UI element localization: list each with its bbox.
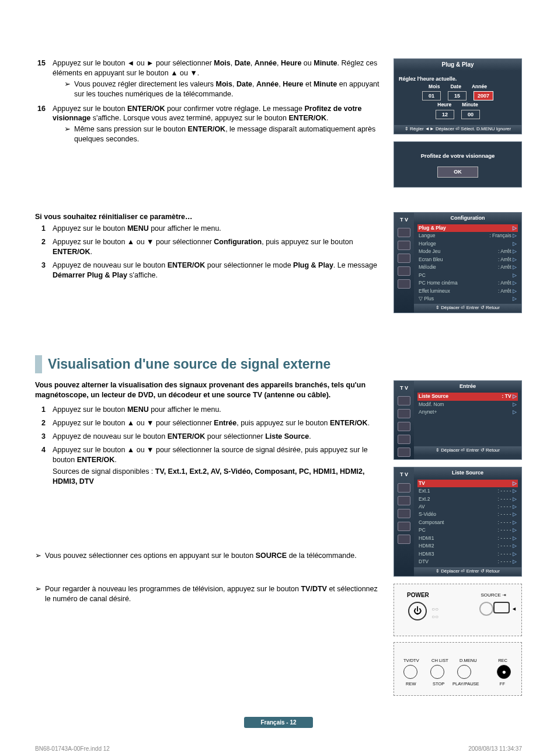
osd-message: Profitez de votre visionnage — [394, 142, 521, 164]
menu-row[interactable]: PC Home cinéma: Arrêt ▷ — [417, 279, 518, 287]
remote-source: POWER ⏻ ○○○○ SOURCE ⇥ ◄ — [394, 584, 522, 636]
menu-row[interactable]: Effet lumineux: Arrêt ▷ — [417, 287, 518, 295]
menu-row[interactable]: HDMI1: - - - - ▷ — [417, 535, 518, 542]
menu-row[interactable]: Ecran Bleu: Arrêt ▷ — [417, 256, 518, 263]
power-button[interactable]: ⏻ — [408, 602, 427, 620]
page-number: Français - 12 — [244, 717, 313, 729]
step: 3Appuyez de nouveau sur le bouton ENTER/… — [35, 432, 382, 442]
section-intro: Vous pouvez alterner la visualisation de… — [35, 380, 382, 400]
sidebar-icon[interactable] — [398, 228, 410, 237]
sidebar-icon[interactable] — [398, 254, 410, 263]
sidebar-icon[interactable] — [398, 509, 410, 518]
sidebar-icon[interactable] — [398, 396, 410, 405]
osd-field-month[interactable]: 01 — [422, 91, 441, 100]
note: ➢ Pour regarder à nouveau les programmes… — [35, 584, 382, 604]
menu-row[interactable]: PC: - - - - ▷ — [417, 526, 518, 534]
step: 3Appuyez de nouveau sur le bouton ENTER/… — [35, 261, 382, 280]
sidebar-icon[interactable] — [398, 435, 410, 444]
menu-row[interactable]: Plug & Play ▷ — [417, 224, 518, 232]
menu-row[interactable]: Liste Source: TV ▷ — [417, 393, 518, 400]
menu-row[interactable]: Ext.2: - - - - ▷ — [417, 495, 518, 503]
menu-row[interactable]: S-Vidéo: - - - - ▷ — [417, 511, 518, 518]
step-15: 15 Appuyez sur le bouton ◄ ou ► pour sél… — [35, 58, 382, 100]
sidebar-icon[interactable] — [398, 483, 410, 493]
menu-row[interactable]: HDMI3: - - - - ▷ — [417, 550, 518, 558]
menu-row[interactable]: Ext.1: - - - - ▷ — [417, 487, 518, 495]
osd-field-hour[interactable]: 12 — [436, 110, 454, 119]
osd-subtitle: Réglez l'heure actuelle. — [399, 75, 517, 82]
menu-row[interactable]: Mode Jeu: Arrêt ▷ — [417, 248, 518, 255]
step: 2Appuyez sur le bouton ▲ ou ▼ pour sélec… — [35, 237, 382, 257]
step: 4Appuyez sur le bouton ▲ ou ▼ pour sélec… — [35, 445, 382, 487]
osd-footer: ⇕ Régler ◄► Déplacer ⏎ Sélect. D.MENU Ig… — [394, 125, 521, 134]
step: 1Appuyez sur le bouton MENU pour affiche… — [35, 224, 382, 234]
sidebar-icon[interactable] — [398, 241, 410, 250]
step-number: 16 — [35, 104, 46, 146]
section-title: Visualisation d'une source de signal ext… — [35, 355, 522, 373]
sidebar-icon[interactable] — [398, 535, 410, 544]
note-icon: ➢ — [35, 551, 41, 561]
remote-button[interactable] — [479, 602, 493, 616]
osd-plug-and-play: Plug & Play Réglez l'heure actuelle. Moi… — [394, 58, 522, 134]
menu-row[interactable]: DTV: - - - - ▷ — [417, 558, 518, 566]
tvdtv-button[interactable] — [403, 665, 417, 679]
note-icon: ➢ — [64, 79, 71, 99]
reset-heading: Si vous souhaitez réinitialiser ce param… — [35, 212, 382, 222]
sidebar-icon[interactable] — [398, 266, 410, 276]
osd-title: Plug & Play — [394, 59, 521, 71]
step: 2Appuyez sur le bouton ▲ ou ▼ pour sélec… — [35, 418, 382, 428]
osd-liste-source: T V Liste SourceTV ▷Ext.1: - - - - ▷Ext.… — [394, 467, 522, 576]
osd-done: Profitez de votre visionnage OK — [394, 141, 522, 188]
menu-row[interactable]: Modif. Nom ▷ — [417, 401, 518, 408]
sidebar-icon[interactable] — [398, 409, 410, 418]
step-number: 15 — [35, 58, 46, 100]
note: ➢ Vous pouvez régler directement les val… — [64, 79, 382, 99]
menu-row[interactable]: Anynet+ ▷ — [417, 408, 518, 416]
menu-row[interactable]: Horloge ▷ — [417, 240, 518, 248]
chlist-button[interactable] — [430, 665, 444, 679]
note: ➢ Vous pouvez sélectionner ces options e… — [35, 551, 382, 561]
menu-row[interactable]: Composant: - - - - ▷ — [417, 519, 518, 526]
sidebar-icon[interactable] — [398, 279, 410, 289]
menu-row[interactable]: Langue: Français ▷ — [417, 232, 518, 240]
menu-row[interactable]: ▽ Plus ▷ — [417, 295, 518, 303]
osd-field-year[interactable]: 2007 — [474, 91, 493, 100]
sidebar-icon[interactable] — [398, 448, 410, 457]
dmenu-button[interactable] — [457, 665, 471, 679]
ok-button[interactable]: OK — [437, 167, 478, 177]
osd-field-minute[interactable]: 00 — [461, 110, 480, 119]
osd-configuration: T V Configuration Plug & Play ▷Langue: F… — [394, 212, 522, 314]
menu-row[interactable]: Mélodie: Arrêt ▷ — [417, 263, 518, 271]
note: ➢ Même sans pression sur le bouton ENTER… — [64, 124, 382, 144]
note-icon: ➢ — [64, 124, 71, 144]
sidebar-icon[interactable] — [398, 422, 410, 431]
menu-row[interactable]: AV: - - - - ▷ — [417, 503, 518, 511]
source-button[interactable] — [493, 602, 510, 613]
remote-tvdtv: TV/DTV CH LIST D.MENU REC ● REW STOP PLA… — [394, 642, 522, 696]
step: 1Appuyez sur le bouton MENU pour affiche… — [35, 405, 382, 415]
menu-row[interactable]: PC ▷ — [417, 272, 518, 279]
sidebar-icon[interactable] — [398, 496, 410, 505]
menu-row[interactable]: TV ▷ — [417, 480, 518, 487]
note-icon: ➢ — [35, 584, 41, 604]
menu-row[interactable]: HDMI2: - - - - ▷ — [417, 542, 518, 550]
step-16: 16 Appuyez sur le bouton ENTER/OK pour c… — [35, 104, 382, 146]
footer-meta: BN68-01743A-00Fre.indd 12 2008/08/13 11:… — [35, 745, 522, 753]
osd-field-date[interactable]: 15 — [448, 91, 467, 100]
sidebar-icon[interactable] — [398, 522, 410, 531]
osd-entree: T V EntréeListe Source: TV ▷Modif. Nom ▷… — [394, 380, 522, 460]
